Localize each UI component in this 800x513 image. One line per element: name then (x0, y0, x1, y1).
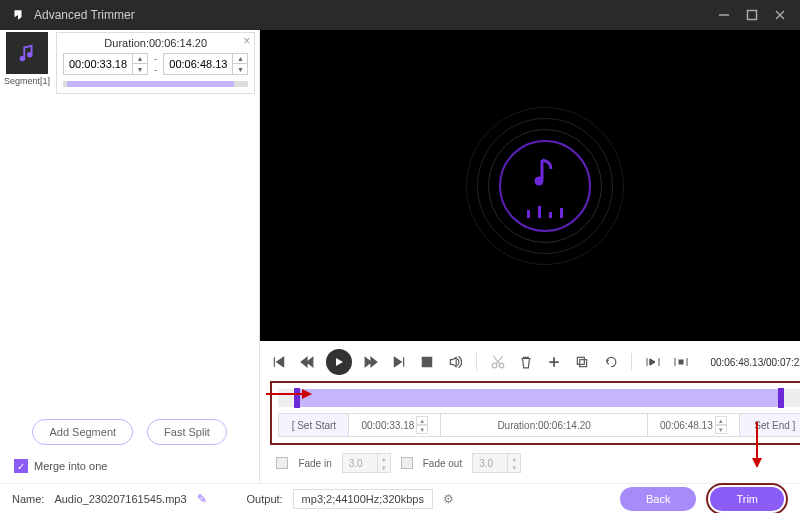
svg-point-5 (27, 52, 33, 58)
segment-close-button[interactable]: × (243, 35, 250, 47)
merge-checkbox[interactable]: ✓ (14, 459, 28, 473)
fast-split-button[interactable]: Fast Split (147, 419, 227, 445)
trim-end-handle[interactable] (778, 388, 784, 408)
svg-rect-1 (748, 11, 757, 20)
fade-in-label: Fade in (298, 458, 331, 469)
segment-panel: × Duration:00:06:14.20 ▲▼ -- ▲▼ (56, 32, 255, 94)
titlebar: Advanced Trimmer (0, 0, 800, 30)
trim-duration: Duration:00:06:14.20 (441, 414, 647, 436)
spin-down-icon[interactable]: ▼ (133, 64, 147, 74)
stop-icon[interactable] (418, 353, 436, 371)
edit-name-icon[interactable]: ✎ (197, 492, 207, 506)
rewind-icon[interactable] (298, 353, 316, 371)
trim-start-input[interactable]: 00:00:33.18 ▲▼ (349, 414, 441, 436)
name-label: Name: (12, 493, 44, 505)
bracket-stop-icon[interactable] (672, 353, 690, 371)
segment-thumbnail[interactable] (6, 32, 48, 74)
forward-icon[interactable] (362, 353, 380, 371)
file-name: Audio_230207161545.mp3 (54, 493, 186, 505)
spin-up-icon[interactable]: ▲ (233, 54, 247, 64)
minimize-button[interactable] (710, 0, 738, 30)
undo-icon[interactable] (601, 353, 619, 371)
segment-separator: -- (154, 53, 157, 75)
segment-end-input[interactable]: ▲▼ (163, 53, 248, 75)
fade-in-value[interactable]: 3.0 ▲▼ (342, 453, 391, 473)
svg-point-6 (534, 176, 543, 185)
segment-progress-bar[interactable] (63, 81, 248, 87)
segment-label: Segment[1] (4, 76, 50, 86)
add-segment-button[interactable]: Add Segment (32, 419, 133, 445)
fade-out-label: Fade out (423, 458, 462, 469)
trim-track[interactable] (278, 389, 800, 407)
skip-start-icon[interactable] (270, 353, 288, 371)
segment-duration: Duration:00:06:14.20 (63, 37, 248, 49)
right-panel: 00:06:48.13/00:07:22.06 [ Set Start 00:0… (260, 30, 800, 483)
spin-up-icon[interactable]: ▲ (133, 54, 147, 64)
fade-in-checkbox[interactable] (276, 457, 288, 469)
output-label: Output: (247, 493, 283, 505)
transport-bar: 00:06:48.13/00:07:22.06 (270, 349, 800, 375)
output-format: mp3;2;44100Hz;320kbps (293, 489, 433, 509)
back-button[interactable]: Back (620, 487, 696, 511)
trim-highlight-area: [ Set Start 00:00:33.18 ▲▼ Duration:00:0… (270, 381, 800, 445)
window-title: Advanced Trimmer (34, 8, 135, 22)
cut-icon[interactable] (489, 353, 507, 371)
skip-end-icon[interactable] (390, 353, 408, 371)
output-settings-icon[interactable]: ⚙ (443, 492, 454, 506)
trim-button[interactable]: Trim (710, 487, 784, 511)
set-start-button[interactable]: [ Set Start (279, 414, 349, 436)
svg-rect-7 (423, 357, 432, 366)
trim-start-handle[interactable] (294, 388, 300, 408)
maximize-button[interactable] (738, 0, 766, 30)
time-readout: 00:06:48.13/00:07:22.06 (710, 357, 800, 368)
preview-area (260, 30, 800, 341)
segment-start-input[interactable]: ▲▼ (63, 53, 148, 75)
add-icon[interactable] (545, 353, 563, 371)
trim-end-input[interactable]: 00:06:48.13 ▲▼ (648, 414, 740, 436)
audio-visual-icon (465, 106, 625, 266)
svg-point-4 (20, 56, 26, 62)
footer: Name: Audio_230207161545.mp3 ✎ Output: m… (0, 483, 800, 513)
spin-down-icon[interactable]: ▼ (233, 64, 247, 74)
delete-icon[interactable] (517, 353, 535, 371)
merge-label: Merge into one (34, 460, 107, 472)
copy-icon[interactable] (573, 353, 591, 371)
set-end-button[interactable]: Set End ] (740, 414, 800, 436)
play-button[interactable] (326, 349, 352, 375)
svg-rect-10 (578, 357, 585, 364)
svg-rect-12 (679, 360, 683, 364)
fade-out-value[interactable]: 3.0 ▲▼ (472, 453, 521, 473)
left-panel: Segment[1] × Duration:00:06:14.20 ▲▼ -- … (0, 30, 260, 483)
bracket-play-icon[interactable] (644, 353, 662, 371)
svg-rect-11 (580, 360, 587, 367)
fade-out-checkbox[interactable] (401, 457, 413, 469)
volume-icon[interactable] (446, 353, 464, 371)
app-logo-icon (10, 7, 26, 23)
close-button[interactable] (766, 0, 794, 30)
